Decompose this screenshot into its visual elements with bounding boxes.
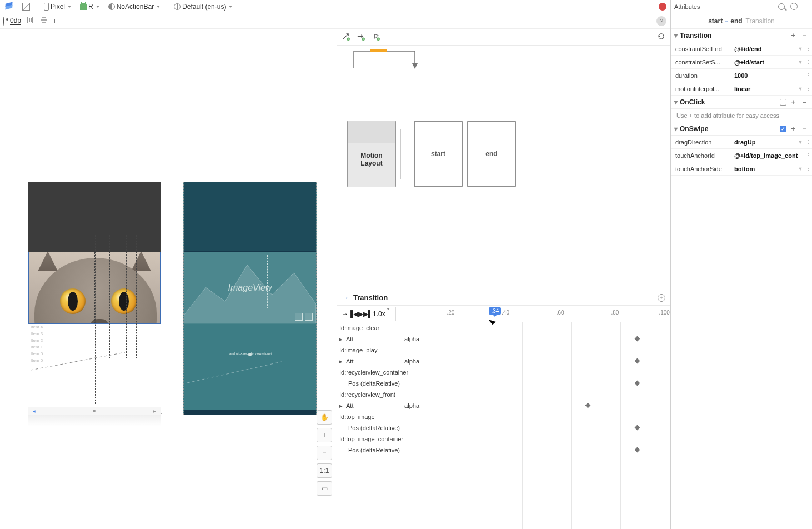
- view-toolbar: 0dp I ?: [0, 13, 670, 29]
- zero-dp-button[interactable]: 0dp: [10, 17, 21, 25]
- svg-text:+: +: [363, 38, 364, 41]
- track-id[interactable]: Id:top_image_container: [337, 433, 423, 445]
- keyframe-icon[interactable]: [634, 381, 640, 386]
- timeline-labels: Id:image_clear ▸Attalpha Id:image_play ▸…: [337, 322, 423, 529]
- cycle-icon[interactable]: [657, 32, 665, 42]
- search-icon[interactable]: [778, 3, 785, 10]
- prop-dragDirection[interactable]: dragDirection dragUp ▼⋮: [671, 136, 812, 149]
- transition-header: → Transition +: [337, 290, 670, 306]
- theme-picker[interactable]: NoActionBar: [106, 2, 162, 11]
- add-click-icon[interactable]: +: [372, 32, 380, 42]
- timeline-track[interactable]: [423, 322, 670, 529]
- add-icon[interactable]: +: [789, 124, 798, 133]
- zoom-1to1-button[interactable]: 1:1: [317, 463, 332, 478]
- track-attr[interactable]: ▸Attalpha: [337, 333, 423, 345]
- text-tool-icon[interactable]: I: [53, 17, 56, 26]
- svg-rect-6: [354, 66, 358, 66]
- track-pos[interactable]: Pos (deltaRelative): [337, 445, 423, 456]
- motion-graph: Motion Layout start end: [337, 46, 670, 290]
- minimize-icon[interactable]: —: [802, 3, 809, 11]
- prop-constraintSetStart[interactable]: constraintSetS... @+id/start ▼⋮: [671, 56, 812, 69]
- add-transition-icon[interactable]: +: [357, 32, 365, 42]
- section-onclick[interactable]: ▾ OnClick + −: [671, 96, 812, 109]
- play-button[interactable]: ▶: [358, 310, 363, 318]
- remove-icon[interactable]: −: [800, 98, 809, 107]
- svg-text:+: +: [378, 38, 379, 41]
- keyframe-icon[interactable]: [634, 336, 640, 342]
- skip-end-button[interactable]: ▶▌: [363, 310, 373, 318]
- timeline-ruler[interactable]: .20 .40 .60 .80 .100 .34: [395, 307, 670, 321]
- track-attr[interactable]: ▸Attalpha: [337, 356, 423, 367]
- add-constraint-icon[interactable]: +: [342, 32, 350, 42]
- svg-rect-8: [370, 49, 387, 52]
- track-id[interactable]: Id:image_play: [337, 345, 423, 356]
- help-icon[interactable]: ?: [656, 16, 666, 26]
- track-pos[interactable]: Pos (deltaRelative): [337, 422, 423, 433]
- zoom-controls: ✋ + − 1:1 ▭: [317, 410, 332, 496]
- onclick-checkbox[interactable]: [780, 99, 786, 106]
- prop-touchAnchorId[interactable]: touchAnchorId @+id/top_image_cont ⋮: [671, 149, 812, 162]
- keyframe-icon[interactable]: [634, 447, 640, 453]
- transition-title: Transition: [353, 293, 388, 302]
- prop-motionInterpolator[interactable]: motionInterpol... linear ▼⋮: [671, 82, 812, 96]
- layers-icon[interactable]: [3, 2, 16, 11]
- section-transition[interactable]: ▾ Transition + −: [671, 29, 812, 42]
- gear-icon[interactable]: [790, 3, 798, 10]
- keyframe-icon[interactable]: [634, 425, 640, 431]
- track-attr[interactable]: ▸Attalpha: [337, 400, 423, 411]
- remove-icon[interactable]: −: [800, 124, 809, 133]
- blueprint-preview[interactable]: ImageView androidx.recyclerview.widget: [183, 182, 317, 415]
- zoom-out-button[interactable]: −: [317, 446, 332, 460]
- speed-picker[interactable]: 1.0x: [373, 310, 390, 318]
- track-pos[interactable]: Pos (deltaRelative): [337, 378, 423, 389]
- preview-navbar: ◀ ■ ▶: [28, 407, 161, 415]
- motion-layout-box[interactable]: Motion Layout: [347, 121, 396, 187]
- zoom-in-button[interactable]: +: [317, 428, 332, 442]
- prop-constraintSetEnd[interactable]: constraintSetEnd @+id/end ▼⋮: [671, 42, 812, 56]
- align-tool-1-icon[interactable]: [27, 16, 34, 26]
- design-preview[interactable]: Item 4 Item 3 Item 2 Item 1 Item 0 Item …: [28, 182, 161, 415]
- direction-icon[interactable]: →: [342, 310, 348, 318]
- design-surface[interactable]: Item 4 Item 3 Item 2 Item 1 Item 0 Item …: [0, 29, 337, 529]
- attributes-breadcrumb: start → end Transition: [671, 13, 812, 29]
- end-box[interactable]: end: [467, 121, 516, 187]
- keyframe-icon[interactable]: [585, 403, 591, 408]
- add-icon[interactable]: +: [789, 31, 798, 40]
- preview-topbar: [28, 182, 161, 252]
- track-id[interactable]: Id:recyclerview_container: [337, 367, 423, 378]
- diagonal-icon[interactable]: [20, 2, 32, 11]
- playback-controls: → ▐◀ ▶ ▶▌ 1.0x .20 .40 .60 .80 .100 .3: [337, 306, 670, 322]
- timeline-playhead[interactable]: .34: [489, 307, 501, 315]
- device-picker[interactable]: Pixel: [42, 2, 73, 11]
- eye-icon[interactable]: [3, 17, 4, 25]
- track-id[interactable]: Id:top_image: [337, 411, 423, 422]
- prop-duration[interactable]: duration 1000 ⋮: [671, 69, 812, 82]
- keyframe-icon[interactable]: [634, 358, 640, 364]
- locale-picker[interactable]: Default (en-us): [172, 2, 234, 11]
- skip-start-button[interactable]: ▐◀: [348, 310, 358, 318]
- attributes-title: Attributes: [674, 3, 700, 10]
- preview-image[interactable]: [28, 252, 161, 324]
- add-icon[interactable]: +: [789, 98, 798, 107]
- onswipe-checkbox[interactable]: ✓: [780, 126, 786, 132]
- section-onswipe[interactable]: ▾ OnSwipe ✓ + −: [671, 122, 812, 136]
- resize-handle-icon[interactable]: ⋰: [158, 412, 166, 420]
- motion-editor: + + + Motion Layout start end: [337, 29, 670, 529]
- blueprint-imageview[interactable]: ImageView: [184, 252, 316, 324]
- align-tool-2-icon[interactable]: [40, 16, 48, 26]
- error-indicator-icon[interactable]: [659, 3, 666, 11]
- remove-icon[interactable]: −: [800, 31, 809, 40]
- svg-rect-7: [352, 68, 356, 68]
- api-picker[interactable]: R: [78, 2, 102, 11]
- motion-graph-toolbar: + + +: [337, 29, 670, 46]
- add-keyframe-button[interactable]: +: [658, 294, 665, 302]
- track-id[interactable]: Id:recyclerview_front: [337, 389, 423, 400]
- start-box[interactable]: start: [414, 121, 463, 187]
- prop-touchAnchorSide[interactable]: touchAnchorSide bottom ▼⋮: [671, 162, 812, 176]
- track-id[interactable]: Id:image_clear: [337, 322, 423, 333]
- transition-arrow-icon: →: [342, 293, 349, 302]
- zoom-fit-button[interactable]: ▭: [317, 481, 332, 496]
- design-toolbar: Pixel R NoActionBar Default (en-us): [0, 0, 670, 13]
- pan-button[interactable]: ✋: [317, 410, 332, 425]
- blueprint-topbar: [184, 182, 316, 252]
